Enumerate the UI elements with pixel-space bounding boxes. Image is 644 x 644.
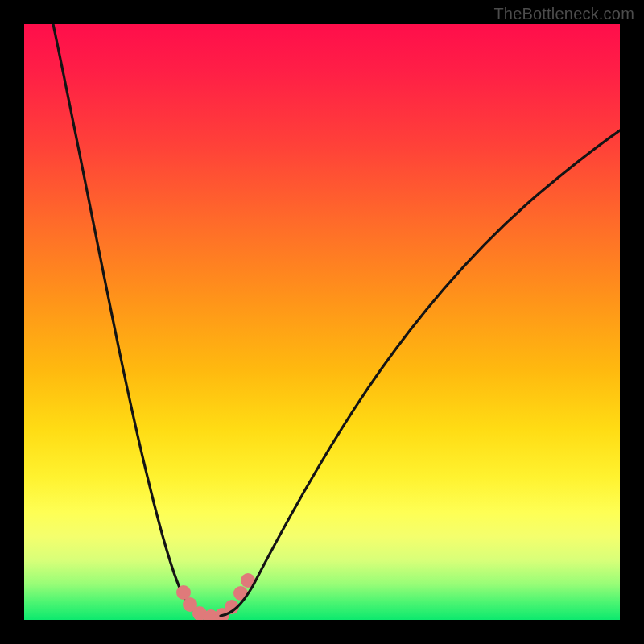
trough-markers xyxy=(176,573,255,620)
plot-area xyxy=(24,24,620,620)
watermark-text: TheBottleneck.com xyxy=(493,5,634,23)
chart-frame: TheBottleneck.com xyxy=(0,0,644,644)
bottleneck-curve xyxy=(24,24,620,620)
